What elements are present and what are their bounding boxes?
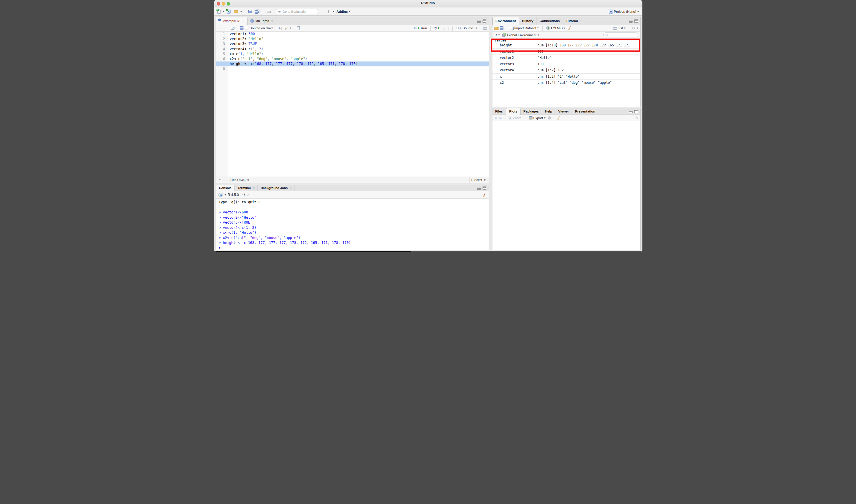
maximize-pane-icon[interactable]: [483, 186, 486, 190]
open-new-window-icon[interactable]: ↗: [246, 193, 249, 197]
code-line[interactable]: x<-c(1, "Hello"): [216, 52, 489, 57]
remove-plot-icon[interactable]: ×: [548, 116, 551, 120]
clear-plots-icon[interactable]: [557, 116, 561, 120]
rerun-button[interactable]: ↻: [433, 26, 440, 31]
language-selector[interactable]: R: [495, 33, 500, 37]
pane-layout-button[interactable]: [326, 9, 331, 14]
source-button[interactable]: Source: [455, 26, 474, 31]
memory-usage-button[interactable]: 179 MiB: [545, 26, 566, 31]
environment-selector[interactable]: Global Environment: [507, 33, 539, 37]
console-line: > vector3<-TRUE: [219, 220, 489, 225]
new-file-dropdown-caret[interactable]: [223, 11, 225, 12]
source-on-save-checkbox[interactable]: [245, 27, 248, 30]
find-replace-icon[interactable]: [279, 26, 283, 30]
import-dataset-button[interactable]: Import Dataset: [509, 26, 540, 31]
minimize-pane-icon[interactable]: [477, 187, 481, 190]
open-file-button[interactable]: [233, 9, 239, 14]
tab-environment[interactable]: Environment: [492, 17, 519, 25]
tab-presentation[interactable]: Presentation: [572, 108, 599, 114]
minimize-pane-icon[interactable]: [629, 111, 632, 113]
zoom-plot-button[interactable]: Zoom: [507, 116, 522, 120]
refresh-plots-icon[interactable]: ↻: [635, 116, 639, 120]
code-line[interactable]: vector1<-600: [216, 32, 489, 37]
tab-background-jobs[interactable]: Background Jobs ×: [258, 185, 295, 191]
refresh-environment-icon[interactable]: ↻: [632, 26, 635, 30]
tab-viewer[interactable]: Viewer: [555, 108, 572, 114]
scope-selector[interactable]: (Top Level): [230, 178, 249, 182]
run-button[interactable]: Run: [414, 26, 428, 31]
save-source-icon[interactable]: [240, 26, 243, 30]
clear-environment-icon[interactable]: [567, 26, 572, 30]
tab-packages[interactable]: Packages: [521, 108, 542, 114]
environment-row[interactable]: vector3TRUE: [492, 61, 641, 68]
file-type-selector[interactable]: R Script: [471, 178, 486, 182]
new-file-button[interactable]: +: [216, 9, 222, 14]
save-workspace-icon[interactable]: [500, 26, 504, 30]
compile-report-icon[interactable]: [297, 26, 300, 30]
save-button[interactable]: [247, 9, 253, 14]
export-plot-button[interactable]: Export: [528, 116, 546, 120]
go-previous-section-icon[interactable]: ⇧: [442, 26, 445, 30]
tab-connections[interactable]: Connections: [537, 17, 563, 25]
code-line[interactable]: vector3<-TRUE: [216, 41, 489, 47]
source-caret[interactable]: [476, 28, 477, 29]
next-plot-icon[interactable]: ⇨: [499, 116, 502, 120]
previous-plot-icon[interactable]: ⇦: [494, 116, 497, 120]
environment-row[interactable]: vector4num [1:2] 1 2: [492, 67, 641, 74]
document-outline-icon[interactable]: [483, 27, 487, 30]
tab-help[interactable]: Help: [542, 108, 555, 114]
open-file-dropdown-caret[interactable]: [240, 11, 242, 12]
minimize-pane-icon[interactable]: [629, 21, 632, 23]
tab-terminal[interactable]: Terminal ×: [235, 185, 258, 191]
plot-display-area: [492, 121, 641, 250]
close-tab-icon[interactable]: ×: [290, 186, 291, 190]
maximize-pane-icon[interactable]: [634, 110, 638, 113]
maximize-pane-icon[interactable]: [483, 19, 486, 23]
new-project-button[interactable]: R+: [226, 9, 231, 14]
list-view-button[interactable]: List: [612, 26, 627, 31]
tab-tutorial[interactable]: Tutorial: [563, 17, 581, 25]
print-button[interactable]: [266, 9, 272, 14]
clear-console-icon[interactable]: [482, 193, 486, 197]
goto-file-function-input[interactable]: [282, 10, 314, 14]
addins-button[interactable]: Addins: [336, 9, 351, 14]
go-next-section-icon[interactable]: ⇩: [447, 26, 450, 30]
code-line[interactable]: vector2<-"Hello": [216, 37, 489, 41]
save-all-button[interactable]: [254, 9, 260, 14]
r-version-caret[interactable]: [225, 194, 226, 195]
tab-history[interactable]: History: [519, 17, 537, 25]
tab-example-r[interactable]: R example.R* ×: [216, 17, 248, 25]
environment-row[interactable]: vector2"Hello": [492, 55, 641, 61]
load-workspace-icon[interactable]: [494, 27, 499, 30]
close-tab-icon[interactable]: ×: [271, 19, 273, 23]
code-line[interactable]: x2<-c("cat", "dog", "mouse", "apple"): [216, 57, 489, 61]
code-line[interactable]: [216, 67, 489, 71]
tab-lab1-qmd[interactable]: lab1.qmd ×: [247, 17, 276, 25]
code-line[interactable]: vector4<-c(1, 2): [216, 47, 489, 52]
environment-row[interactable]: xchr [1:2] "1" "Hello": [492, 74, 641, 80]
environment-row[interactable]: heightnum [1:10] 168 177 177 177 178 172…: [492, 42, 641, 49]
console-output[interactable]: Type 'q()' to quit R.> vector1<-600> vec…: [216, 199, 489, 250]
code-editor[interactable]: 12345678 vector1<-600vector2<-"Hello"vec…: [216, 32, 489, 177]
environment-row[interactable]: vector1600: [492, 49, 641, 55]
tab-console[interactable]: Console: [216, 185, 235, 191]
maximize-pane-icon[interactable]: [634, 19, 638, 23]
pane-layout-caret[interactable]: [333, 11, 334, 12]
environment-search-input[interactable]: [609, 33, 635, 37]
code-tools-wand-icon[interactable]: [284, 26, 288, 30]
back-icon[interactable]: ⇦: [218, 26, 221, 30]
minimize-pane-icon[interactable]: [477, 21, 481, 23]
tab-files[interactable]: Files: [492, 108, 506, 114]
forward-icon[interactable]: ⇨: [222, 26, 225, 30]
project-menu-button[interactable]: R Project: (None): [608, 9, 640, 14]
close-tab-icon[interactable]: ×: [243, 19, 244, 23]
goto-file-function-box[interactable]: ➔: [276, 9, 318, 14]
code-line[interactable]: height <- c(168, 177, 177, 177, 178, 172…: [216, 61, 489, 67]
environment-row[interactable]: x2chr [1:4] "cat" "dog" "mouse" "apple": [492, 80, 641, 86]
code-tools-caret[interactable]: [290, 28, 291, 29]
show-in-new-window-icon[interactable]: ↗: [231, 27, 234, 30]
environment-search-box[interactable]: [603, 33, 638, 37]
tab-plots[interactable]: Plots: [506, 108, 521, 115]
close-tab-icon[interactable]: ×: [253, 186, 255, 190]
refresh-caret[interactable]: [636, 28, 639, 29]
